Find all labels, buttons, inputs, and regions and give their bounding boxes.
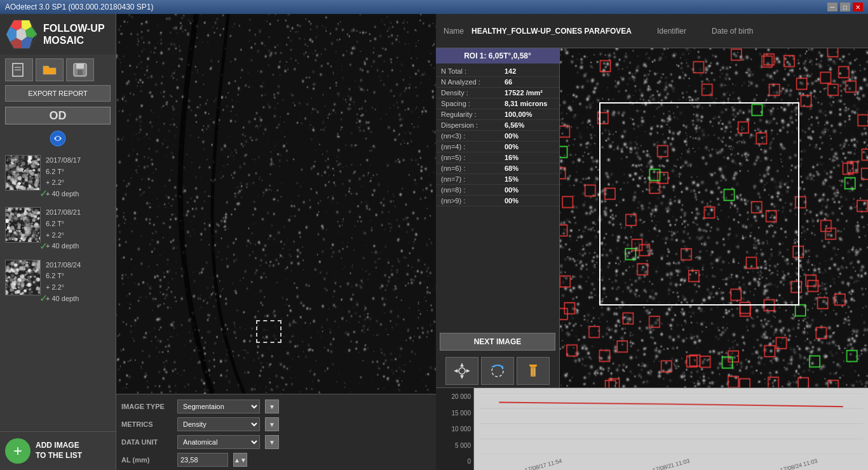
next-image-button[interactable]: NEXT IMAGE bbox=[440, 333, 555, 351]
save-button[interactable] bbox=[66, 58, 94, 81]
yaxis-label: 10 000 bbox=[438, 426, 471, 433]
dob-field: Date of birth bbox=[712, 27, 753, 36]
logo-icon bbox=[5, 19, 38, 50]
image-type-dropdown-arrow[interactable]: ▼ bbox=[265, 399, 279, 413]
add-image-button[interactable]: + ADD IMAGE TO THE LIST bbox=[0, 431, 116, 470]
name-value: HEALTHY_FOLLW-UP_CONES PARAFOVEA bbox=[471, 27, 632, 36]
app-title: AOdetect 3.0 SP1 (003.000.20180430 SP1) bbox=[5, 3, 154, 11]
image-list: 2017/08/17 6.2 T° + 2.2° + 40 depth ✓ 20… bbox=[0, 150, 116, 431]
stat-key: (nn=4) : bbox=[441, 143, 505, 151]
svg-point-16 bbox=[459, 368, 465, 374]
al-input[interactable] bbox=[177, 453, 228, 467]
yaxis-label: 15 000 bbox=[438, 410, 471, 417]
stat-row: (nn=8) :00% bbox=[436, 185, 559, 196]
stat-key: (nn=7) : bbox=[441, 175, 505, 183]
right-panel: Name HEALTHY_FOLLW-UP_CONES PARAFOVEA Id… bbox=[436, 14, 868, 470]
image-type-row: IMAGE TYPE Segmentaion ▼ bbox=[121, 399, 431, 413]
check-icon: ✓ bbox=[39, 240, 48, 252]
stat-val: 6,56% bbox=[505, 121, 524, 129]
rotate-tool-button[interactable] bbox=[481, 357, 514, 385]
name-field: Name HEALTHY_FOLLW-UP_CONES PARAFOVEA bbox=[444, 27, 632, 36]
chart-canvas: 17/08/17 11:54 17/08/21 11:03 17/08/24 1… bbox=[474, 388, 868, 470]
svg-marker-22 bbox=[460, 375, 464, 379]
identifier-field: Identifier bbox=[657, 27, 686, 36]
stat-row: (nn>9) :00% bbox=[436, 196, 559, 206]
main-layout: FOLLOW-UP MOSAIC EXPORT REPORT OD bbox=[0, 14, 868, 470]
stat-val: 00% bbox=[505, 186, 519, 194]
sidebar-toolbar bbox=[0, 55, 116, 85]
svg-marker-24 bbox=[466, 369, 470, 373]
check-icon: ✓ bbox=[39, 187, 48, 199]
svg-marker-23 bbox=[454, 369, 458, 373]
list-item[interactable]: 2017/08/17 6.2 T° + 2.2° + 40 depth ✓ bbox=[3, 152, 113, 202]
detail-image-view[interactable] bbox=[560, 48, 868, 387]
stat-key: (nn<3) : bbox=[441, 132, 505, 140]
roi-tools bbox=[436, 354, 559, 387]
stat-val: 100,00% bbox=[505, 111, 532, 118]
sidebar: FOLLOW-UP MOSAIC EXPORT REPORT OD bbox=[0, 14, 116, 470]
stat-row: (nn=7) :15% bbox=[436, 174, 559, 185]
check-icon: ✓ bbox=[39, 292, 48, 304]
minimize-button[interactable]: ─ bbox=[827, 3, 837, 11]
stat-key: Spacing : bbox=[441, 100, 505, 107]
data-unit-select[interactable]: Anatomical bbox=[177, 435, 260, 449]
stat-row: N Analyzed :66 bbox=[436, 77, 559, 88]
stat-key: Dispersion : bbox=[441, 121, 505, 129]
metrics-row: METRICS Density ▼ bbox=[121, 417, 431, 431]
list-item[interactable]: 2017/08/21 6.2 T° + 2.2° + 40 depth ✓ bbox=[3, 205, 113, 254]
stat-val: 66 bbox=[505, 78, 512, 86]
stat-row: Spacing :8,31 microns bbox=[436, 98, 559, 109]
open-button[interactable] bbox=[36, 58, 64, 81]
metrics-dropdown-arrow[interactable]: ▼ bbox=[265, 417, 279, 431]
al-row: AL (mm) ▲▼ bbox=[121, 453, 431, 467]
image-type-label: IMAGE TYPE bbox=[121, 403, 172, 410]
svg-marker-21 bbox=[460, 363, 464, 366]
svg-rect-13 bbox=[78, 70, 83, 75]
image-type-select[interactable]: Segmentaion bbox=[177, 399, 260, 413]
data-unit-dropdown-arrow[interactable]: ▼ bbox=[265, 435, 279, 449]
image-info: 2017/08/21 6.2 T° + 2.2° + 40 depth bbox=[46, 207, 81, 252]
data-unit-row: DATA UNIT Anatomical ▼ bbox=[121, 435, 431, 449]
logo-text: FOLLOW-UP MOSAIC bbox=[43, 22, 105, 46]
stat-row: (nn=4) :00% bbox=[436, 142, 559, 152]
image-thumbnail bbox=[5, 260, 41, 295]
xaxis-label: 17/08/17 11:54 bbox=[524, 457, 562, 470]
bottom-controls: IMAGE TYPE Segmentaion ▼ METRICS Density… bbox=[116, 394, 436, 470]
svg-rect-12 bbox=[76, 64, 84, 69]
stat-val: 00% bbox=[505, 197, 519, 205]
metrics-label: METRICS bbox=[121, 420, 172, 428]
xaxis-label: 17/08/24 11:03 bbox=[780, 457, 818, 470]
maximize-button[interactable]: □ bbox=[840, 3, 850, 11]
selection-box bbox=[256, 320, 281, 343]
chart-area: 20 000 15 000 10 000 5 000 0 17/08/17 11… bbox=[436, 387, 868, 470]
list-item[interactable]: 2017/08/24 6.2 T° + 2.2° + 40 depth ✓ bbox=[3, 257, 113, 307]
yaxis-label: 20 000 bbox=[438, 393, 471, 400]
stat-val: 00% bbox=[505, 143, 519, 151]
stat-val: 15% bbox=[505, 175, 519, 183]
metrics-select[interactable]: Density bbox=[177, 417, 260, 431]
dob-key: Date of birth bbox=[712, 27, 753, 36]
image-thumbnail bbox=[5, 207, 41, 243]
chart-xaxis: 17/08/17 11:54 17/08/21 11:03 17/08/24 1… bbox=[474, 462, 868, 469]
stat-key: (nn=6) : bbox=[441, 164, 505, 172]
export-report-button[interactable]: EXPORT REPORT bbox=[5, 85, 111, 102]
clear-tool-button[interactable] bbox=[517, 357, 550, 385]
move-tool-button[interactable] bbox=[445, 357, 478, 385]
name-key: Name bbox=[444, 27, 464, 36]
stat-row: Regularity :100,00% bbox=[436, 109, 559, 120]
svg-point-15 bbox=[56, 137, 60, 140]
close-button[interactable]: ✕ bbox=[853, 3, 863, 11]
new-button[interactable] bbox=[5, 58, 33, 81]
main-image-view[interactable] bbox=[116, 14, 436, 394]
stat-row: (nn=6) :68% bbox=[436, 163, 559, 174]
al-label: AL (mm) bbox=[121, 456, 172, 464]
window-controls: ─ □ ✕ bbox=[827, 3, 863, 11]
yaxis-label: 5 000 bbox=[438, 442, 471, 449]
od-label: OD bbox=[5, 107, 111, 124]
stat-val: 00% bbox=[505, 132, 519, 140]
roi-panel: ROI 1: 6,05T°,0,58° N Total :142N Analyz… bbox=[436, 48, 560, 387]
al-spinner[interactable]: ▲▼ bbox=[233, 453, 247, 467]
right-content: ROI 1: 6,05T°,0,58° N Total :142N Analyz… bbox=[436, 48, 868, 387]
stat-val: 8,31 microns bbox=[505, 100, 547, 107]
stat-row: (nn=5) :16% bbox=[436, 152, 559, 163]
